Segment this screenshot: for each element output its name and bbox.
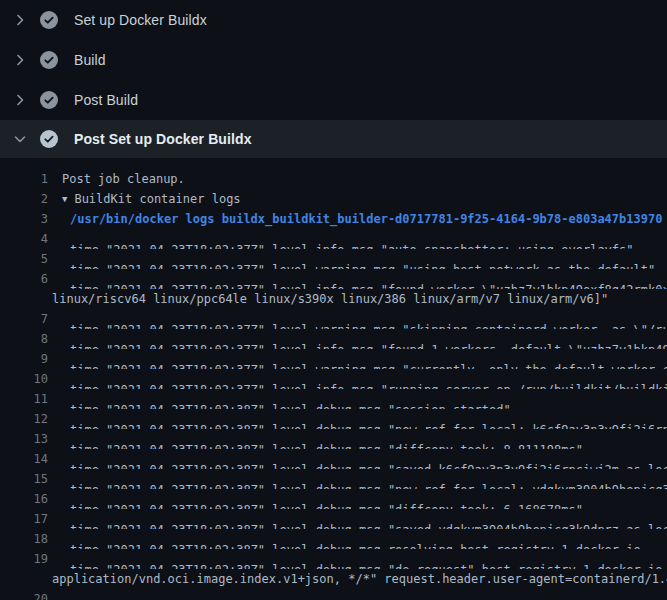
log-text: time="2021-04-23T18:02:37Z" level=warnin… xyxy=(70,349,667,369)
line-number[interactable]: 15 xyxy=(0,469,48,489)
log-text: Post job cleanup. xyxy=(62,169,185,189)
step-post-build[interactable]: Post Build xyxy=(0,80,667,120)
log-line: 3/usr/bin/docker logs buildx_buildkit_bu… xyxy=(0,209,667,229)
line-number[interactable]: 16 xyxy=(0,489,48,509)
chevron-right-icon xyxy=(0,92,40,108)
step-title: Post Build xyxy=(74,92,138,108)
line-number xyxy=(0,569,48,589)
log-group-label: BuildKit container logs xyxy=(74,192,240,206)
log-line: 13time="2021-04-23T18:02:38Z" level=debu… xyxy=(0,429,667,449)
log-line: 4time="2021-04-23T18:02:37Z" level=info … xyxy=(0,229,667,249)
check-circle-icon xyxy=(40,91,66,109)
log-text: time="2021-04-23T18:02:38Z" level=debug … xyxy=(70,589,667,600)
log-area: 1Post job cleanup.2▼BuildKit container l… xyxy=(0,158,667,600)
log-text: time="2021-04-23T18:02:37Z" level=warnin… xyxy=(70,249,655,269)
log-line: application/vnd.oci.image.index.v1+json,… xyxy=(0,569,667,589)
command-text: /usr/bin/docker logs buildx_buildkit_bui… xyxy=(70,209,662,229)
log-line: 12time="2021-04-23T18:02:38Z" level=debu… xyxy=(0,409,667,429)
log-text: time="2021-04-23T18:02:37Z" level=info m… xyxy=(70,329,667,349)
line-number[interactable]: 5 xyxy=(0,249,48,269)
line-number[interactable]: 3 xyxy=(0,209,48,229)
line-number[interactable]: 12 xyxy=(0,409,48,429)
log-text: time="2021-04-23T18:02:37Z" level=info m… xyxy=(70,369,667,389)
log-line: 1Post job cleanup. xyxy=(0,169,667,189)
chevron-right-icon xyxy=(0,52,40,68)
check-circle-icon xyxy=(40,130,66,148)
log-line: 9time="2021-04-23T18:02:37Z" level=warni… xyxy=(0,349,667,369)
step-post-set-up-docker-buildx[interactable]: Post Set up Docker Buildx xyxy=(0,120,667,158)
log-line: 8time="2021-04-23T18:02:37Z" level=info … xyxy=(0,329,667,349)
log-text: time="2021-04-23T18:02:38Z" level=debug … xyxy=(70,529,641,549)
log-line: 6time="2021-04-23T18:02:37Z" level=info … xyxy=(0,269,667,289)
line-number[interactable]: 19 xyxy=(0,549,48,569)
check-circle-icon xyxy=(40,51,66,69)
line-number[interactable]: 9 xyxy=(0,349,48,369)
log-line: 16time="2021-04-23T18:02:38Z" level=debu… xyxy=(0,489,667,509)
log-line: 17time="2021-04-23T18:02:38Z" level=debu… xyxy=(0,509,667,529)
log-line: 20time="2021-04-23T18:02:38Z" level=debu… xyxy=(0,589,667,600)
log-line: 14time="2021-04-23T18:02:38Z" level=debu… xyxy=(0,449,667,469)
step-title: Build xyxy=(74,52,106,68)
log-line: 11time="2021-04-23T18:02:38Z" level=debu… xyxy=(0,389,667,409)
step-title: Set up Docker Buildx xyxy=(74,12,207,28)
chevron-right-icon xyxy=(0,12,40,28)
log-text: time="2021-04-23T18:02:38Z" level=debug … xyxy=(70,509,667,529)
line-number[interactable]: 20 xyxy=(0,589,48,600)
log-line: 5time="2021-04-23T18:02:37Z" level=warni… xyxy=(0,249,667,269)
step-set-up-docker-buildx[interactable]: Set up Docker Buildx xyxy=(0,0,667,40)
log-text: time="2021-04-23T18:02:37Z" level=warnin… xyxy=(70,309,667,329)
log-text: time="2021-04-23T18:02:38Z" level=debug … xyxy=(70,409,667,429)
log-text: time="2021-04-23T18:02:38Z" level=debug … xyxy=(70,449,667,469)
chevron-down-icon xyxy=(0,131,40,147)
line-number[interactable]: 14 xyxy=(0,449,48,469)
line-number[interactable]: 11 xyxy=(0,389,48,409)
line-number[interactable]: 13 xyxy=(0,429,48,449)
log-line: 19time="2021-04-23T18:02:38Z" level=debu… xyxy=(0,549,667,569)
log-text: time="2021-04-23T18:02:38Z" level=debug … xyxy=(70,469,667,489)
log-line: 18time="2021-04-23T18:02:38Z" level=debu… xyxy=(0,529,667,549)
step-build[interactable]: Build xyxy=(0,40,667,80)
log-line: 2▼BuildKit container logs xyxy=(0,189,667,209)
line-number[interactable]: 18 xyxy=(0,529,48,549)
line-number[interactable]: 8 xyxy=(0,329,48,349)
line-number[interactable]: 2 xyxy=(0,189,48,209)
log-line: 7time="2021-04-23T18:02:37Z" level=warni… xyxy=(0,309,667,329)
line-number[interactable]: 1 xyxy=(0,169,48,189)
log-text: time="2021-04-23T18:02:38Z" level=debug … xyxy=(70,389,511,409)
log-line: 10time="2021-04-23T18:02:37Z" level=info… xyxy=(0,369,667,389)
log-text: time="2021-04-23T18:02:37Z" level=info m… xyxy=(70,269,667,289)
line-number xyxy=(0,289,48,309)
log-text: time="2021-04-23T18:02:38Z" level=debug … xyxy=(70,489,583,509)
log-text: time="2021-04-23T18:02:38Z" level=debug … xyxy=(70,549,667,569)
line-number[interactable]: 10 xyxy=(0,369,48,389)
line-number[interactable]: 6 xyxy=(0,269,48,289)
line-number[interactable]: 7 xyxy=(0,309,48,329)
log-line: 15time="2021-04-23T18:02:38Z" level=debu… xyxy=(0,469,667,489)
step-title: Post Set up Docker Buildx xyxy=(74,131,252,147)
log-line: linux/riscv64 linux/ppc64le linux/s390x … xyxy=(0,289,667,309)
log-text: application/vnd.oci.image.index.v1+json,… xyxy=(52,569,667,589)
line-number[interactable]: 17 xyxy=(0,509,48,529)
log-group-toggle[interactable]: ▼BuildKit container logs xyxy=(62,189,241,209)
log-text: time="2021-04-23T18:02:37Z" level=info m… xyxy=(70,229,634,249)
actions-log-viewer: Set up Docker Buildx Build Post Build Po… xyxy=(0,0,667,600)
line-number[interactable]: 4 xyxy=(0,229,48,249)
check-circle-icon xyxy=(40,11,66,29)
log-text: linux/riscv64 linux/ppc64le linux/s390x … xyxy=(52,289,608,309)
triangle-down-icon: ▼ xyxy=(62,189,67,209)
log-text: time="2021-04-23T18:02:38Z" level=debug … xyxy=(70,429,583,449)
